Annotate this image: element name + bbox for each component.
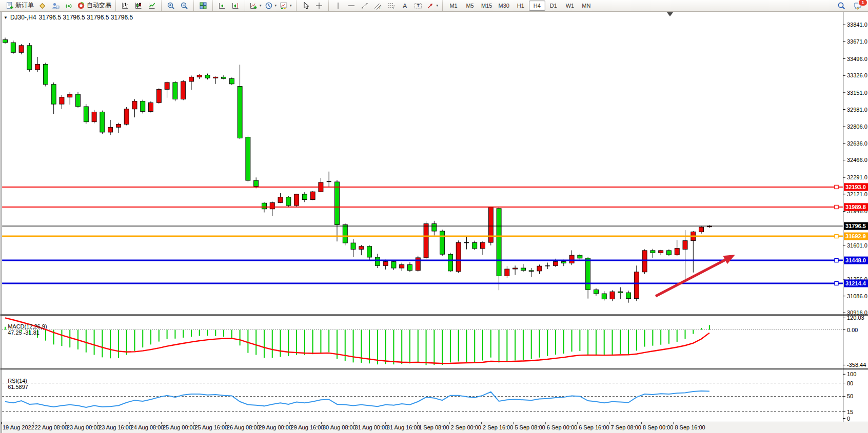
profile-button[interactable] — [49, 1, 62, 11]
svg-text:31214.4: 31214.4 — [845, 280, 866, 286]
dropdown-caret-icon: ▾ — [290, 4, 292, 8]
toolbar-group — [212, 1, 244, 11]
cursor-button[interactable] — [299, 1, 312, 11]
candles-chart-button[interactable] — [132, 1, 145, 11]
svg-text:8 Sep 16:00: 8 Sep 16:00 — [675, 424, 705, 430]
search-button[interactable] — [835, 1, 848, 11]
timeframe-h1-button[interactable]: H1 — [512, 1, 529, 11]
svg-text:0.00: 0.00 — [847, 327, 858, 333]
indicators-button[interactable]: ▾ — [248, 1, 263, 11]
svg-text:120.03: 120.03 — [847, 315, 864, 321]
vertical-line-button[interactable] — [331, 1, 345, 11]
timeframe-m1-button[interactable]: M1 — [445, 1, 462, 11]
timeframe-group: M1M5M15M30H1H4D1W1MN — [442, 1, 596, 11]
svg-text:T: T — [417, 3, 420, 8]
autotrading-button[interactable]: 自动交易 — [75, 1, 113, 11]
svg-text:32806.0: 32806.0 — [847, 123, 867, 130]
tile-windows-button[interactable] — [196, 1, 210, 11]
chart-shift-icon — [231, 2, 240, 10]
notifications-button[interactable]: 1 — [851, 1, 864, 11]
zoom-in-button[interactable] — [164, 1, 177, 11]
svg-text:32981.0: 32981.0 — [847, 107, 867, 113]
svg-text:31692.9: 31692.9 — [845, 233, 866, 239]
svg-text:25 Aug 16:00: 25 Aug 16:00 — [194, 424, 228, 430]
new-order-button-label: 新订单 — [15, 1, 34, 10]
chart-canvas[interactable]: 33841.033671.033496.033326.033151.032981… — [0, 0, 868, 433]
crosshair-button[interactable] — [312, 1, 326, 11]
dropdown-caret-icon: ▾ — [275, 4, 277, 8]
main-toolbar: 新订单自动交易▾▾▾EFAT▾M1M5M15M30H1H4D1W1MN1 — [0, 0, 868, 11]
dropdown-caret-icon: ▾ — [260, 4, 262, 8]
svg-text:31086.0: 31086.0 — [847, 293, 867, 299]
signal-icon — [65, 2, 73, 10]
svg-text:23 Aug 16:00: 23 Aug 16:00 — [98, 424, 132, 430]
horizontal-line-button[interactable] — [345, 1, 358, 11]
timeframe-m15-button[interactable]: M15 — [478, 1, 495, 11]
svg-text:31 Aug 16:00: 31 Aug 16:00 — [387, 424, 420, 430]
channel-button[interactable]: E — [371, 1, 385, 11]
svg-text:2 Sep 00:00: 2 Sep 00:00 — [451, 424, 481, 430]
periods-button[interactable]: ▾ — [263, 1, 279, 11]
svg-text:33496.0: 33496.0 — [847, 56, 867, 62]
fibonacci-button[interactable]: F — [385, 1, 398, 11]
toolbar-group — [161, 1, 192, 11]
fibo-icon: F — [387, 2, 396, 10]
svg-text:31796.5: 31796.5 — [845, 223, 866, 229]
svg-text:29 Aug 00:00: 29 Aug 00:00 — [259, 424, 292, 430]
timeframe-d1-button[interactable]: D1 — [545, 1, 562, 11]
label-icon: T — [414, 2, 422, 10]
timeframe-m30-button[interactable]: M30 — [495, 1, 512, 11]
timeframe-mn-button[interactable]: MN — [578, 1, 595, 11]
svg-text:25 Aug 00:00: 25 Aug 00:00 — [163, 424, 196, 430]
timeframe-m5-button[interactable]: M5 — [462, 1, 478, 11]
svg-text:33671.0: 33671.0 — [847, 38, 867, 45]
market-button[interactable] — [35, 1, 49, 11]
gold-icon — [38, 2, 46, 10]
chart-shift-button[interactable] — [229, 1, 242, 11]
svg-text:8 Sep 00:00: 8 Sep 00:00 — [643, 424, 673, 430]
timeframe-w1-button[interactable]: W1 — [562, 1, 578, 11]
auto-scroll-button[interactable] — [215, 1, 229, 11]
svg-text:E: E — [379, 6, 382, 9]
crosshair-icon — [315, 2, 323, 10]
svg-text:33326.0: 33326.0 — [847, 72, 867, 78]
toolbar-group: EFAT▾ — [328, 1, 442, 11]
periods-icon — [265, 2, 273, 10]
notification-badge: 1 — [858, 0, 867, 6]
bars-chart-button[interactable] — [119, 1, 132, 11]
hline-icon — [347, 2, 356, 10]
zoom-in-icon — [167, 2, 175, 10]
arrows-button[interactable]: ▾ — [425, 1, 440, 11]
svg-text:6 Sep 16:00: 6 Sep 16:00 — [579, 424, 609, 430]
dropdown-caret-icon: ▾ — [437, 4, 439, 8]
text-icon: A — [401, 2, 409, 10]
templates-button[interactable]: ▾ — [278, 1, 293, 11]
tile-windows-icon — [199, 2, 207, 10]
svg-text:26 Aug 08:00: 26 Aug 08:00 — [227, 424, 260, 430]
indicators-icon — [249, 2, 258, 10]
autotrading-icon — [77, 2, 85, 10]
text-button[interactable]: A — [398, 1, 411, 11]
label-button[interactable]: T — [411, 1, 425, 11]
toolbar-group — [115, 1, 160, 11]
cursor-icon — [302, 2, 310, 10]
svg-text:33151.0: 33151.0 — [847, 90, 867, 96]
line-chart-button[interactable] — [145, 1, 159, 11]
svg-text:-358.44: -358.44 — [847, 362, 866, 368]
svg-text:F: F — [393, 6, 395, 9]
svg-text:A: A — [403, 2, 407, 9]
svg-text:31448.0: 31448.0 — [845, 257, 866, 263]
svg-text:31601.0: 31601.0 — [847, 242, 867, 249]
timeframe-h4-button[interactable]: H4 — [529, 1, 545, 11]
zoom-out-button[interactable] — [177, 1, 191, 11]
svg-text:24 Aug 08:00: 24 Aug 08:00 — [131, 424, 164, 430]
toolbar-right: 1 — [835, 1, 866, 11]
toolbar-group: 新订单自动交易 — [2, 1, 114, 11]
svg-text:32121.0: 32121.0 — [847, 191, 867, 197]
svg-text:23 Aug 00:00: 23 Aug 00:00 — [67, 424, 100, 430]
svg-text:15: 15 — [847, 409, 853, 415]
toolbar-group — [193, 1, 211, 11]
new-order-button[interactable]: 新订单 — [4, 1, 35, 11]
trendline-button[interactable] — [358, 1, 371, 11]
signals-button[interactable] — [62, 1, 75, 11]
